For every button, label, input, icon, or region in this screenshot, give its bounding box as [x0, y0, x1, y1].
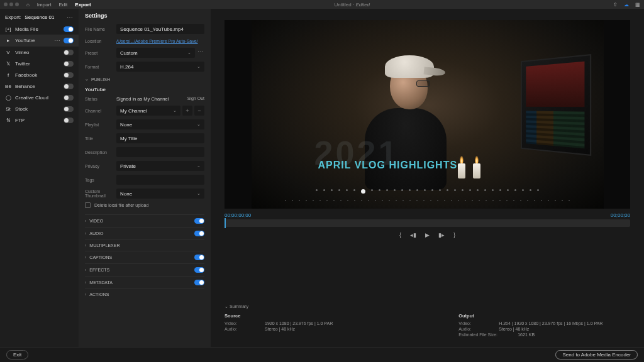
section-toggle[interactable]: [194, 231, 204, 236]
share-icon[interactable]: ⇧: [613, 2, 618, 8]
platform-icon: V: [5, 49, 11, 55]
play-button[interactable]: ▶: [425, 232, 430, 238]
send-to-encoder-button[interactable]: Send to Adobe Media Encoder: [555, 350, 638, 359]
output-header: Output: [458, 313, 602, 319]
destination-toggle[interactable]: [64, 118, 74, 123]
cloud-icon[interactable]: ☁: [624, 2, 629, 8]
exit-button[interactable]: Exit: [6, 350, 28, 359]
description-input[interactable]: [116, 147, 204, 157]
accordion-captions[interactable]: ›CAPTIONS: [85, 251, 204, 263]
platform-icon: 𝕏: [5, 60, 11, 67]
timecode-end[interactable]: 00;00;00: [611, 212, 630, 218]
delete-after-upload-checkbox[interactable]: Delete local file after upload: [85, 202, 204, 208]
output-video-value: H.264 | 1920 x 1080 | 23.976 fps | 16 Mb…: [499, 321, 602, 326]
section-toggle[interactable]: [194, 218, 204, 224]
platform-icon: St: [5, 106, 11, 112]
accordion-multiplexer[interactable]: ›MULTIPLEXER: [85, 239, 204, 251]
channel-label: Channel: [85, 109, 113, 113]
sign-out-link[interactable]: Sign Out: [187, 96, 204, 101]
destination-toggle[interactable]: [64, 61, 74, 67]
accordion-actions[interactable]: ›ACTIONS: [85, 288, 204, 300]
destination-ftp[interactable]: ⇅FTP: [0, 114, 79, 126]
privacy-select[interactable]: Private⌄: [116, 161, 204, 171]
destination-creative-cloud[interactable]: ◯Creative Cloud: [0, 92, 79, 103]
playlist-select[interactable]: None⌄: [116, 119, 204, 129]
status-text: Signed in as My Channel: [116, 96, 169, 102]
platform-icon: Bē: [5, 83, 11, 89]
chevron-right-icon: ›: [85, 255, 86, 260]
dest-more-icon[interactable]: ⋯: [54, 37, 61, 44]
destination-youtube[interactable]: ▸YouTube⋯: [0, 35, 79, 47]
sequence-name[interactable]: Sequence 01: [25, 14, 54, 20]
channel-remove-button[interactable]: −: [194, 106, 204, 116]
section-toggle[interactable]: [194, 255, 204, 260]
sequence-menu-icon[interactable]: ⋯: [67, 14, 74, 21]
step-back-button[interactable]: ◂▮: [410, 232, 416, 238]
accordion-video[interactable]: ›VIDEO: [85, 214, 204, 227]
format-select[interactable]: H.264⌄: [116, 62, 204, 72]
privacy-label: Privacy: [85, 164, 113, 168]
output-size-key: Estimated File Size:: [458, 332, 509, 337]
menu-export[interactable]: Export: [75, 2, 91, 8]
accordion-metadata[interactable]: ›METADATA: [85, 276, 204, 288]
output-audio-key: Audio:: [458, 327, 490, 331]
destination-behance[interactable]: BēBehance: [0, 80, 79, 92]
scene-candle: [473, 163, 480, 178]
destination-toggle[interactable]: [64, 50, 74, 55]
destination-toggle[interactable]: [64, 72, 74, 78]
chevron-right-icon: ›: [85, 268, 86, 272]
menu-import[interactable]: Import: [37, 2, 52, 8]
platform-icon: ◯: [5, 94, 11, 101]
output-video-key: Video:: [458, 321, 490, 326]
tags-input[interactable]: [116, 175, 204, 185]
destination-toggle[interactable]: [64, 84, 74, 89]
destination-toggle[interactable]: [64, 95, 74, 101]
destination-vimeo[interactable]: VVimeo: [0, 47, 79, 58]
channel-add-button[interactable]: +: [182, 106, 192, 116]
chevron-down-icon: ⌄: [197, 64, 201, 69]
preview-panel: 2021 APRIL VLOG HIGHLIGHTS 00;00;00;00 0…: [211, 9, 644, 347]
doc-status: Edited: [355, 2, 370, 8]
thumbnail-select[interactable]: None⌄: [116, 189, 204, 199]
title-input[interactable]: [116, 133, 204, 143]
preset-more-icon[interactable]: ⋯: [197, 48, 204, 58]
filename-input[interactable]: [116, 24, 204, 34]
destination-toggle[interactable]: [64, 38, 74, 43]
destination-stock[interactable]: StStock: [0, 103, 79, 114]
accordion-audio[interactable]: ›AUDIO: [85, 227, 204, 239]
chevron-down-icon[interactable]: ⌄: [225, 304, 228, 309]
filename-label: File Name: [85, 27, 113, 31]
window-controls[interactable]: [4, 3, 19, 6]
menu-edit[interactable]: Edit: [59, 2, 68, 8]
export-label: Export:: [5, 14, 21, 20]
section-toggle[interactable]: [194, 280, 204, 285]
thumbnail-label: Custom Thumbnail: [85, 189, 113, 198]
title-label: Title: [85, 136, 113, 141]
timeline-scrubber[interactable]: [225, 219, 630, 227]
destination-toggle[interactable]: [64, 106, 74, 112]
publish-header: PUBLISH: [91, 77, 110, 82]
step-forward-button[interactable]: ▮▸: [438, 232, 445, 238]
accordion-effects[interactable]: ›EFFECTS: [85, 263, 204, 276]
destination-media-file[interactable]: [+]Media File: [0, 23, 79, 35]
home-icon[interactable]: ⌂: [26, 2, 30, 8]
output-audio-value: Stereo | 48 kHz: [499, 327, 529, 331]
destination-facebook[interactable]: fFacebook: [0, 69, 79, 80]
preset-select[interactable]: Custom⌄: [116, 48, 195, 58]
transport-controls: { ◂▮ ▶ ▮▸ }: [225, 232, 630, 238]
source-header: Source: [225, 313, 333, 319]
destination-toggle[interactable]: [64, 26, 74, 32]
format-label: Format: [85, 65, 113, 69]
mark-in-button[interactable]: {: [399, 232, 401, 238]
workspace-icon[interactable]: ▦: [635, 2, 640, 8]
video-preview[interactable]: 2021 APRIL VLOG HIGHLIGHTS: [225, 20, 630, 209]
scene-monitor: [521, 54, 591, 156]
destination-twitter[interactable]: 𝕏Twitter: [0, 58, 79, 69]
channel-select[interactable]: My Channel⌄: [116, 106, 180, 116]
timecode-start[interactable]: 00;00;00;00: [225, 212, 251, 218]
mark-out-button[interactable]: }: [453, 232, 455, 238]
chevron-down-icon[interactable]: ⌄: [85, 77, 89, 82]
chapter-markers[interactable]: [252, 189, 604, 194]
section-toggle[interactable]: [194, 267, 204, 273]
location-link[interactable]: /Users/.../Adobe Premiere Pro Auto-Save/: [116, 39, 198, 43]
